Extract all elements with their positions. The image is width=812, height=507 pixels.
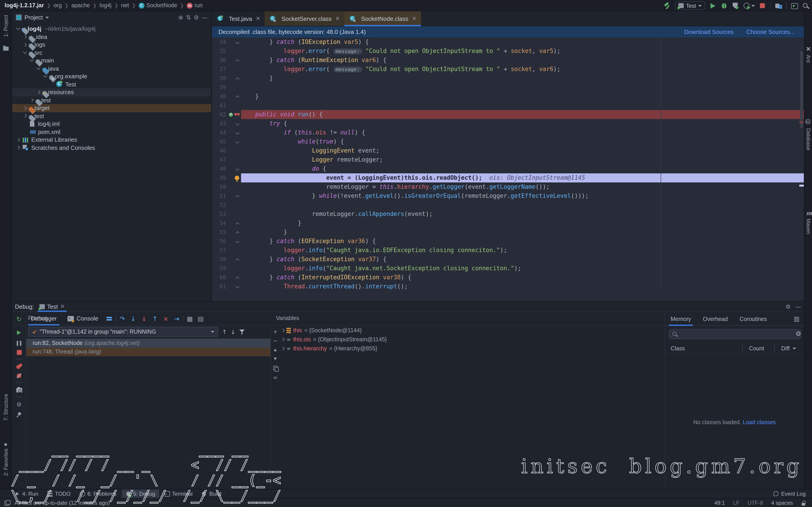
pin-tab-icon[interactable] bbox=[16, 412, 22, 417]
move-down-icon[interactable]: ▼ bbox=[274, 357, 276, 361]
code-line-60[interactable]: 60 } catch (InterruptedIOException var38… bbox=[212, 273, 804, 282]
close-icon[interactable]: ✕ bbox=[335, 15, 340, 22]
tree-chevron-icon[interactable] bbox=[16, 27, 20, 31]
tree-chevron-icon[interactable] bbox=[23, 114, 27, 118]
memory-tab-coroutines[interactable]: Coroutines bbox=[740, 312, 767, 326]
breadcrumb-item[interactable]: net bbox=[121, 2, 129, 9]
stop-button[interactable] bbox=[759, 2, 766, 9]
code-text[interactable]: } bbox=[241, 74, 804, 83]
line-number[interactable]: 54 bbox=[212, 220, 229, 226]
coverage-button[interactable] bbox=[732, 2, 739, 9]
tree-item-log4j-iml[interactable]: log4j.iml bbox=[12, 120, 211, 128]
code-text[interactable]: } catch (InterruptedIOException var38) { bbox=[241, 273, 804, 282]
code-line-52[interactable]: 52 bbox=[212, 201, 804, 210]
toolwindow-button-terminal[interactable]: Terminal bbox=[161, 489, 196, 498]
line-number[interactable]: 51 bbox=[212, 193, 229, 199]
fold-end-icon[interactable] bbox=[236, 230, 239, 234]
line-number[interactable]: 34 bbox=[212, 39, 229, 45]
debug-settings-gear-icon[interactable]: ⚙ bbox=[785, 303, 791, 310]
code-line-56[interactable]: 56 } catch (EOFException var36) { bbox=[212, 237, 804, 246]
fold-end-icon[interactable] bbox=[236, 76, 239, 80]
toolwindow-button-build[interactable]: Build bbox=[198, 489, 225, 498]
code-line-48[interactable]: 48 do { bbox=[212, 164, 804, 173]
tree-chevron-icon[interactable] bbox=[36, 66, 40, 71]
fold-end-icon[interactable] bbox=[236, 221, 239, 225]
load-classes-link[interactable]: Load classes bbox=[743, 419, 776, 426]
code-text[interactable]: } bbox=[241, 219, 804, 228]
frame-row[interactable]: run:748, Thread (java.lang) bbox=[26, 347, 270, 356]
fold-icon[interactable] bbox=[236, 167, 239, 171]
profiler-button[interactable] bbox=[743, 2, 750, 9]
tree-item-resources[interactable]: resources bbox=[12, 88, 211, 96]
run-config-select[interactable]: Test bbox=[675, 1, 705, 10]
code-text[interactable]: while(true) { bbox=[241, 137, 804, 146]
variable-row[interactable]: ∞this.ois= {ObjectInputStream@1145} bbox=[280, 335, 665, 344]
line-number[interactable]: 42 bbox=[212, 111, 229, 118]
variable-row[interactable]: this= {SocketNode@1144} bbox=[280, 326, 665, 335]
tree-chevron-icon[interactable] bbox=[30, 59, 34, 63]
tree-item-pom-xml[interactable]: pom.xml bbox=[12, 128, 211, 136]
line-number[interactable]: 36 bbox=[212, 57, 229, 63]
tree-chevron-icon[interactable] bbox=[16, 146, 20, 150]
line-number[interactable]: 46 bbox=[212, 148, 229, 154]
toolwindow-button-4-run[interactable]: 4: Run bbox=[11, 489, 42, 498]
code-text[interactable]: } catch (IOException var5) { bbox=[241, 38, 804, 47]
line-number[interactable]: 43 bbox=[212, 120, 229, 127]
code-text[interactable]: remoteLogger.callAppenders(event); bbox=[241, 210, 804, 219]
code-line-54[interactable]: 54 } bbox=[212, 219, 804, 228]
gear-icon[interactable]: ⚙ bbox=[194, 14, 199, 21]
code-line-47[interactable]: 47 Logger remoteLogger; bbox=[212, 155, 804, 164]
code-line-35[interactable]: 35 logger.error( message: "Could not ope… bbox=[212, 47, 804, 56]
line-number[interactable]: 49 bbox=[212, 175, 229, 181]
tree-chevron-icon[interactable] bbox=[23, 106, 27, 110]
fold-end-icon[interactable] bbox=[236, 58, 239, 62]
stripe-favorites-label[interactable]: 2: Favorites bbox=[3, 449, 9, 476]
tree-chevron-icon[interactable] bbox=[16, 138, 20, 142]
line-number[interactable]: 58 bbox=[212, 256, 229, 263]
memory-gear-icon[interactable]: ⚙ bbox=[796, 330, 801, 337]
column-diff[interactable]: Diff bbox=[775, 345, 796, 351]
line-number[interactable]: 55 bbox=[212, 229, 229, 235]
debug-button[interactable] bbox=[720, 2, 728, 9]
breadcrumb-item[interactable]: mrun bbox=[187, 2, 203, 9]
line-number[interactable]: 45 bbox=[212, 138, 229, 145]
line-number[interactable]: 59 bbox=[212, 265, 229, 272]
toolwindow-button-5-debug[interactable]: 5: Debug bbox=[122, 489, 159, 498]
build-hammer-icon[interactable] bbox=[664, 2, 671, 9]
line-number[interactable]: 37 bbox=[212, 66, 229, 72]
tree-item-target[interactable]: target bbox=[12, 104, 211, 112]
code-line-44[interactable]: 44 if (this.ois != null) { bbox=[212, 128, 804, 137]
memory-search-input[interactable] bbox=[680, 331, 798, 338]
indent-setting[interactable]: 4 spaces bbox=[771, 500, 793, 506]
run-button[interactable] bbox=[709, 2, 716, 9]
fold-end-icon[interactable] bbox=[236, 95, 239, 98]
tree-item-test[interactable]: Test bbox=[12, 80, 211, 88]
prev-frame-icon[interactable]: ↑ bbox=[222, 328, 227, 335]
add-watch-icon[interactable]: + bbox=[273, 330, 277, 334]
line-separator[interactable]: LF bbox=[733, 500, 740, 506]
code-text[interactable]: logger.info("Caught java.io.EOFException… bbox=[241, 246, 804, 255]
line-number[interactable]: 52 bbox=[212, 202, 229, 208]
line-number[interactable]: 56 bbox=[212, 238, 229, 244]
code-line-59[interactable]: 59 logger.info("Caught java.net.SocketEx… bbox=[212, 264, 804, 273]
stop-debug-icon[interactable] bbox=[16, 350, 21, 355]
code-text[interactable]: } catch (RuntimeException var6) { bbox=[241, 56, 804, 65]
editor-tab-test-java[interactable]: Test.java✕ bbox=[212, 11, 265, 26]
tree-chevron-icon[interactable] bbox=[23, 35, 27, 39]
code-text[interactable]: } catch (SocketException var37) { bbox=[241, 255, 804, 264]
method-breakpoint-icon[interactable] bbox=[234, 112, 239, 117]
breadcrumb-item[interactable]: org bbox=[53, 2, 62, 9]
tree-item-test[interactable]: test bbox=[12, 96, 211, 104]
fold-icon[interactable] bbox=[236, 40, 239, 44]
fold-end-icon[interactable] bbox=[236, 258, 239, 261]
hide-frames-filter-icon[interactable] bbox=[239, 329, 245, 335]
download-sources-link[interactable]: Download Sources bbox=[684, 29, 733, 35]
tree-item-external-libraries[interactable]: External Libraries bbox=[12, 136, 211, 144]
code-line-41[interactable]: 41 bbox=[212, 101, 804, 110]
code-text[interactable]: LoggingEvent event; bbox=[241, 146, 804, 155]
expand-chevron-icon[interactable] bbox=[281, 338, 284, 341]
code-text[interactable]: try { bbox=[241, 119, 804, 128]
breadcrumb-item[interactable]: log4j-1.2.17.jar bbox=[5, 2, 44, 9]
code-text[interactable]: Thread.currentThread().interrupt(); bbox=[241, 282, 804, 291]
line-number[interactable]: 35 bbox=[212, 48, 229, 54]
